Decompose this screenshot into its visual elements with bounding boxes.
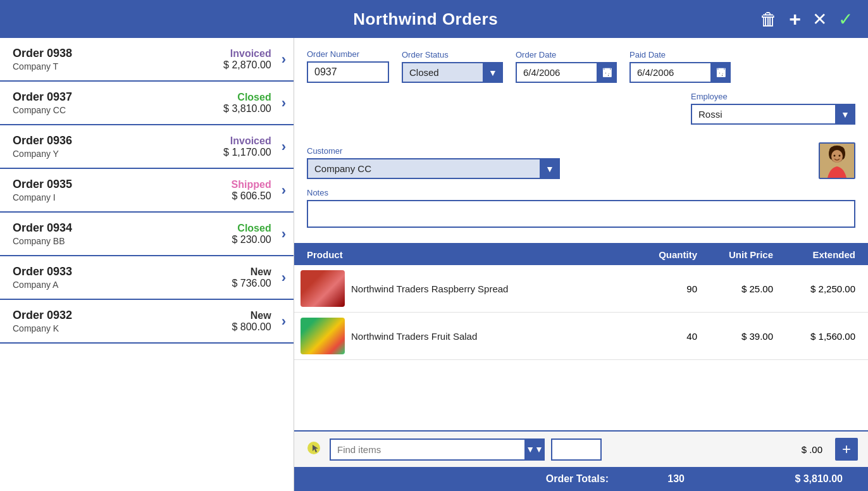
order-status-group: Order Status Closed New Invoiced Shipped [402,50,503,83]
delete-icon[interactable]: 🗑 [760,9,778,30]
order-chevron-icon: › [282,270,286,286]
order-status: Shipped [214,179,271,190]
order-list-item[interactable]: Order 0935 Company I Shipped $ 606.50 › [0,169,294,213]
order-list-item[interactable]: Order 0936 Company Y Invoiced $ 1,170.00… [0,125,294,169]
employee-label: Employee [691,92,855,101]
product-thumbnail [301,318,345,354]
order-item-info: Order 0936 Company Y [13,134,208,159]
confirm-icon[interactable]: ✓ [838,9,853,30]
order-status-select-wrapper: Closed New Invoiced Shipped [402,62,503,83]
order-list-item[interactable]: Order 0934 Company BB Closed $ 230.00 › [0,213,294,256]
col-extended-header: Extended [786,249,868,260]
col-product-header: Product [294,249,640,260]
order-company: Company Y [13,149,208,159]
products-table-body: Northwind Traders Raspberry Spread 90 $ … [294,265,868,430]
order-chevron-icon: › [282,95,286,111]
order-list-item[interactable]: Order 0932 Company K New $ 800.00 › [0,300,294,344]
employee-select-wrapper: Rossi [691,104,855,125]
product-name: Northwind Traders Raspberry Spread [351,283,640,294]
find-input-wrapper: ▼ [330,438,545,461]
order-number: Order 0932 [13,309,208,322]
order-number: Order 0936 [13,134,208,147]
order-company: Company T [13,61,208,71]
header-actions: 🗑 + ✕ ✓ [760,8,853,31]
cursor-icon [304,441,323,458]
find-items-input[interactable] [330,438,545,461]
order-number: Order 0934 [13,221,208,235]
notes-label: Notes [307,188,855,197]
order-amount: $ 230.00 [208,234,271,246]
product-unit-price: $ 25.00 [710,283,786,294]
order-status: Invoiced [214,135,271,147]
product-qty: 40 [640,331,710,342]
employee-photo [819,142,855,179]
order-item-info: Order 0933 Company A [13,265,208,290]
order-chevron-icon: › [282,139,286,155]
form-row-1: Order Number Order Status Closed New Inv… [307,49,855,83]
order-status: Closed [214,92,271,103]
order-amount: $ 736.00 [208,278,271,289]
order-number: Order 0937 [13,90,208,104]
order-company: Company CC [13,105,208,115]
order-amount: $ 2,870.00 [208,59,271,71]
cancel-icon[interactable]: ✕ [812,9,827,30]
order-number-label: Order Number [307,49,389,59]
customer-group: Customer Company CC [307,146,560,179]
product-row: Northwind Traders Fruit Salad 40 $ 39.00… [294,313,868,360]
totals-label: Order Totals: [307,473,628,485]
order-totals-bar: Order Totals: 130 $ 3,810.00 [294,467,868,491]
svg-point-6 [834,155,836,157]
col-price-header: Unit Price [710,249,786,260]
order-number: Order 0935 [13,178,208,191]
product-extended: $ 1,560.00 [786,331,868,342]
order-status-select[interactable]: Closed New Invoiced Shipped [402,62,503,83]
products-section: Product Quantity Unit Price Extended Nor… [294,244,868,491]
order-list-item[interactable]: Order 0933 Company A New $ 736.00 › [0,256,294,300]
employee-avatar-svg [820,144,854,178]
product-thumbnail [301,270,345,307]
find-add-button[interactable]: + [835,438,858,461]
employee-select[interactable]: Rossi [691,104,855,125]
order-number-input[interactable] [307,61,389,83]
order-list-item[interactable]: Order 0937 Company CC Closed $ 3,810.00 … [0,82,294,125]
product-row: Northwind Traders Raspberry Spread 90 $ … [294,265,868,313]
customer-label: Customer [307,146,560,156]
notes-input[interactable] [307,200,855,228]
order-status: New [214,310,271,321]
customer-select[interactable]: Company CC [307,158,560,179]
totals-extended: $ 3,810.00 [773,473,855,485]
detail-form: Order Number Order Status Closed New Inv… [294,38,868,244]
order-date-calendar-icon[interactable] [597,62,617,83]
find-price-display: $ .00 [802,444,822,455]
products-table-header: Product Quantity Unit Price Extended [294,244,868,265]
order-item-info: Order 0935 Company I [13,178,208,202]
totals-qty: 130 [628,473,697,485]
paid-date-label: Paid Date [629,50,731,59]
order-chevron-icon: › [282,226,286,242]
paid-date-calendar-icon[interactable] [710,62,731,83]
order-company: Company I [13,192,208,202]
order-item-info: Order 0932 Company K [13,309,208,333]
order-date-wrapper [516,62,617,83]
main-container: Order 0938 Company T Invoiced $ 2,870.00… [0,38,868,491]
order-list-item[interactable]: Order 0938 Company T Invoiced $ 2,870.00… [0,38,294,82]
order-company: Company A [13,280,208,290]
order-chevron-icon: › [282,51,286,68]
find-qty-input[interactable] [551,438,602,461]
notes-group: Notes [307,188,855,228]
order-date-label: Order Date [516,50,617,59]
paid-date-group: Paid Date [629,50,731,83]
order-item-info: Order 0934 Company BB [13,221,208,246]
order-date-group: Order Date [516,50,617,83]
order-item-info: Order 0937 Company CC [13,90,208,115]
order-amount: $ 606.50 [208,190,271,202]
product-unit-price: $ 39.00 [710,331,786,342]
order-amount: $ 1,170.00 [208,147,271,158]
order-amount: $ 3,810.00 [208,103,271,115]
order-status-label: Order Status [402,50,503,59]
add-icon[interactable]: + [789,8,801,31]
order-list: Order 0938 Company T Invoiced $ 2,870.00… [0,38,294,491]
svg-point-7 [839,155,841,157]
product-extended: $ 2,250.00 [786,283,868,294]
order-company: Company K [13,323,208,333]
